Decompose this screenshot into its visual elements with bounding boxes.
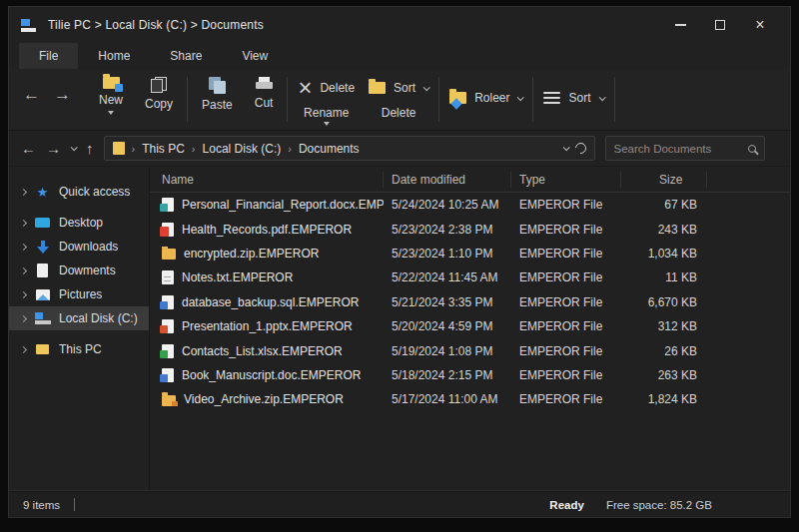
sort-label: Sort (394, 81, 415, 95)
status-bar: 9 items Ready Free space: 85.2 GB (9, 491, 790, 517)
sidebar-item-quick-access[interactable]: ★ Quick access (9, 180, 149, 204)
file-size: 243 KB (621, 223, 707, 237)
sidebar-item-local-disk[interactable]: Local Disk (C:) (9, 306, 149, 330)
refresh-icon[interactable] (572, 141, 587, 156)
table-row[interactable]: Presentation_1.pptx.EMPEROR 5/20/2024 4:… (150, 314, 790, 338)
chevron-right-icon[interactable] (20, 243, 27, 250)
file-size: 6,670 KB (621, 295, 707, 309)
search-input[interactable] (614, 143, 742, 155)
chevron-right-icon[interactable] (20, 188, 27, 195)
chevron-right-icon[interactable] (20, 314, 27, 321)
paste-button[interactable]: Paste (198, 75, 237, 114)
navigation-pane: ★ Quick access Desktop Downloads Dowment (9, 168, 149, 491)
window-title: Tilie PC > Local Disk (C:) > Documents (48, 18, 264, 32)
table-row[interactable]: encrypted.zip.EMPEROR 5/23/2024 1:10 PM … (150, 242, 790, 266)
rename-button[interactable]: Rename (298, 106, 355, 126)
search-icon (748, 145, 756, 153)
table-row[interactable]: database_backup.sql.EMPEROR 5/21/2024 3:… (150, 290, 790, 314)
file-size: 1,824 KB (621, 392, 707, 406)
sidebar-item-dowments[interactable]: Dowments (9, 259, 149, 282)
delete-x-icon: × (298, 78, 312, 98)
ribbon-nav: ← → (9, 69, 85, 130)
close-button[interactable]: × (740, 11, 780, 39)
items-count: 9 items (23, 499, 60, 511)
file-type: EMPEROR File (511, 223, 621, 237)
file-name: Personal_Financial_Report.docx.EMPEROR (182, 198, 384, 212)
cut-button[interactable]: Cut (251, 75, 278, 112)
sidebar-item-label: Local Disk (C:) (59, 311, 138, 325)
minimize-button[interactable] (660, 11, 700, 39)
file-name: Video_Archive.zip.EMPEROR (184, 392, 344, 406)
address-bar[interactable]: › This PC › Local Disk (C:) › Documents (104, 136, 595, 161)
chevron-down-icon (423, 84, 430, 91)
file-name: Notes.txt.EMPEROR (182, 270, 293, 284)
search-box[interactable] (605, 136, 765, 161)
breadcrumb-separator: › (288, 143, 292, 155)
column-header-size[interactable]: Size (621, 172, 707, 188)
column-header-type[interactable]: Type (511, 172, 621, 188)
maximize-button[interactable] (700, 11, 740, 39)
table-row[interactable]: Book_Manuscript.doc.EMPEROR 5/18/2024 2:… (150, 363, 790, 387)
tab-home[interactable]: Home (78, 43, 150, 69)
sidebar-item-desktop[interactable]: Desktop (9, 211, 149, 235)
file-type: EMPEROR File (511, 392, 621, 406)
breadcrumb-folder[interactable]: Documents (299, 142, 360, 156)
tab-file[interactable]: File (19, 43, 78, 69)
table-row[interactable]: Video_Archive.zip.EMPEROR 5/17/2024 11:0… (150, 387, 790, 411)
forward-icon[interactable]: → (54, 85, 71, 105)
zip-file-icon (162, 249, 176, 260)
desktop-icon (35, 218, 50, 228)
sidebar-item-label: Pictures (59, 287, 102, 301)
nav-forward-icon[interactable]: → (46, 140, 61, 157)
paste-icon (209, 77, 226, 94)
text-file-icon (162, 270, 174, 284)
nav-up-icon[interactable]: ↑ (86, 140, 94, 157)
back-icon[interactable]: ← (23, 85, 40, 105)
delete-label: Delete (320, 81, 355, 95)
chevron-right-icon[interactable] (20, 266, 27, 273)
tab-view[interactable]: View (222, 43, 288, 69)
folder-icon (36, 344, 49, 354)
table-row[interactable]: Health_Records.pdf.EMPEROR 5/23/2024 2:3… (150, 217, 790, 241)
sidebar-item-label: This PC (59, 342, 102, 356)
recent-locations-chevron-icon[interactable] (71, 144, 78, 151)
file-type: EMPEROR File (511, 368, 621, 382)
sort-folder-button[interactable]: Sort (369, 75, 428, 101)
table-row[interactable]: Notes.txt.EMPEROR 5/22/2024 11:45 AM EMP… (150, 266, 790, 289)
chevron-right-icon[interactable] (20, 219, 27, 226)
copy-button[interactable]: Copy (141, 75, 177, 113)
chevron-right-icon[interactable] (20, 345, 27, 352)
address-row: ← → ↑ › This PC › Local Disk (C:) › Docu… (9, 131, 790, 167)
ribbon-toolbar: ← → New Copy Paste (9, 69, 790, 131)
paste-label: Paste (202, 98, 233, 112)
nav-back-icon[interactable]: ← (21, 140, 36, 157)
column-header-name[interactable]: Name (150, 172, 384, 188)
address-dropdown-chevron-icon[interactable] (562, 144, 569, 151)
explorer-app-icon (21, 19, 38, 32)
table-row[interactable]: Personal_Financial_Report.docx.EMPEROR 5… (150, 193, 790, 217)
file-size: 312 KB (621, 319, 707, 333)
roleer-dropdown-button[interactable]: Roleer (449, 75, 522, 121)
file-size: 26 KB (621, 344, 707, 358)
table-row[interactable]: Contacts_List.xlsx.EMPEROR 5/19/2024 1:0… (150, 338, 790, 362)
column-header-date[interactable]: Date modified (384, 172, 511, 188)
delete-button[interactable]: × Delete (298, 75, 355, 101)
file-type: EMPEROR File (511, 198, 621, 212)
breadcrumb-this-pc[interactable]: This PC (142, 142, 185, 156)
pictures-icon (36, 289, 50, 300)
sidebar-item-downloads[interactable]: Downloads (9, 235, 149, 259)
drive-icon (35, 312, 51, 324)
titlebar: Tilie PC > Local Disk (C:) > Documents × (9, 7, 790, 43)
chevron-right-icon[interactable] (20, 290, 27, 297)
sidebar-item-this-pc[interactable]: This PC (9, 337, 149, 361)
new-button[interactable]: New (95, 75, 127, 117)
new-label: New (99, 93, 123, 107)
ribbon-group-folder: Roleer (439, 69, 532, 130)
tab-share[interactable]: Share (150, 43, 222, 69)
breadcrumb-drive[interactable]: Local Disk (C:) (203, 142, 282, 156)
sidebar-item-pictures[interactable]: Pictures (9, 282, 149, 306)
sort-dropdown-button[interactable]: Sort (543, 75, 603, 121)
ribbon-group-organize: × Delete Rename Sort Delete (288, 69, 438, 130)
delete-bottom-button[interactable]: Delete (369, 106, 428, 120)
file-type: EMPEROR File (511, 319, 621, 333)
